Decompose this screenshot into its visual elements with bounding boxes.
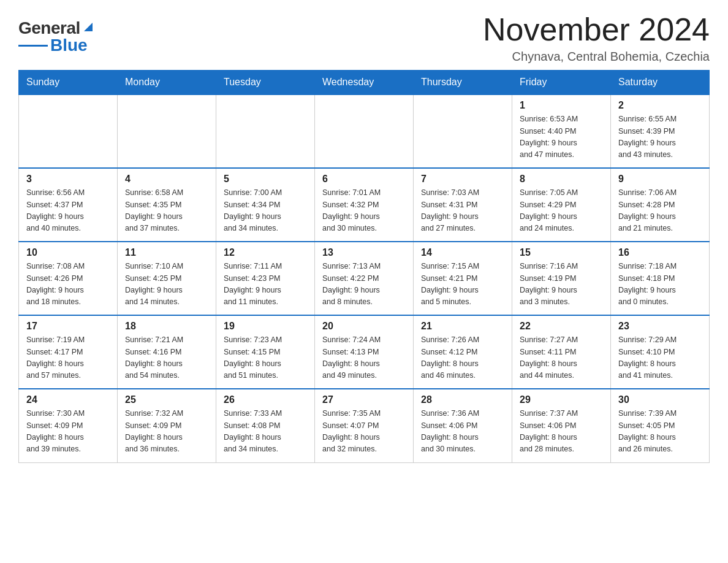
- calendar-cell: 27Sunrise: 7:35 AM Sunset: 4:07 PM Dayli…: [315, 389, 414, 462]
- day-info: Sunrise: 7:24 AM Sunset: 4:13 PM Dayligh…: [322, 334, 406, 382]
- page-header: General Blue November 2024 Chynava, Cent…: [18, 12, 710, 64]
- calendar-cell: [19, 94, 118, 168]
- day-number: 29: [520, 394, 603, 405]
- calendar-cell: 18Sunrise: 7:21 AM Sunset: 4:16 PM Dayli…: [118, 315, 216, 389]
- calendar-cell: 29Sunrise: 7:37 AM Sunset: 4:06 PM Dayli…: [512, 389, 611, 462]
- day-number: 30: [618, 394, 702, 405]
- calendar-week-row: 3Sunrise: 6:56 AM Sunset: 4:37 PM Daylig…: [19, 168, 710, 242]
- calendar-cell: 8Sunrise: 7:05 AM Sunset: 4:29 PM Daylig…: [512, 168, 611, 242]
- weekday-header-tuesday: Tuesday: [216, 71, 315, 95]
- day-number: 26: [224, 394, 307, 405]
- calendar-cell: 24Sunrise: 7:30 AM Sunset: 4:09 PM Dayli…: [19, 389, 118, 462]
- day-number: 27: [322, 394, 406, 405]
- day-number: 8: [520, 174, 603, 185]
- weekday-header-friday: Friday: [512, 71, 611, 95]
- day-number: 28: [421, 394, 504, 405]
- day-info: Sunrise: 7:27 AM Sunset: 4:11 PM Dayligh…: [520, 334, 603, 382]
- day-info: Sunrise: 7:37 AM Sunset: 4:06 PM Dayligh…: [520, 408, 603, 456]
- calendar-cell: 20Sunrise: 7:24 AM Sunset: 4:13 PM Dayli…: [315, 315, 414, 389]
- day-info: Sunrise: 7:32 AM Sunset: 4:09 PM Dayligh…: [125, 408, 208, 456]
- calendar-cell: 3Sunrise: 6:56 AM Sunset: 4:37 PM Daylig…: [19, 168, 118, 242]
- weekday-header-wednesday: Wednesday: [315, 71, 414, 95]
- day-number: 18: [125, 321, 208, 332]
- day-number: 14: [421, 247, 504, 258]
- day-number: 2: [618, 100, 702, 111]
- weekday-header-saturday: Saturday: [611, 71, 710, 95]
- day-number: 1: [520, 100, 603, 111]
- logo-underline: [18, 45, 48, 47]
- day-info: Sunrise: 7:33 AM Sunset: 4:08 PM Dayligh…: [224, 408, 307, 456]
- calendar-cell: 25Sunrise: 7:32 AM Sunset: 4:09 PM Dayli…: [118, 389, 216, 462]
- month-title: November 2024: [483, 12, 710, 47]
- day-info: Sunrise: 7:01 AM Sunset: 4:32 PM Dayligh…: [322, 187, 406, 235]
- calendar-cell: 17Sunrise: 7:19 AM Sunset: 4:17 PM Dayli…: [19, 315, 118, 389]
- day-info: Sunrise: 7:30 AM Sunset: 4:09 PM Dayligh…: [26, 408, 110, 456]
- day-info: Sunrise: 6:53 AM Sunset: 4:40 PM Dayligh…: [520, 113, 603, 161]
- svg-marker-0: [84, 23, 93, 31]
- day-info: Sunrise: 7:00 AM Sunset: 4:34 PM Dayligh…: [224, 187, 307, 235]
- logo-blue-text: Blue: [50, 36, 88, 55]
- calendar-cell: 14Sunrise: 7:15 AM Sunset: 4:21 PM Dayli…: [414, 242, 512, 315]
- calendar-cell: 13Sunrise: 7:13 AM Sunset: 4:22 PM Dayli…: [315, 242, 414, 315]
- day-info: Sunrise: 7:39 AM Sunset: 4:05 PM Dayligh…: [618, 408, 702, 456]
- calendar-cell: 16Sunrise: 7:18 AM Sunset: 4:18 PM Dayli…: [611, 242, 710, 315]
- calendar-cell: 11Sunrise: 7:10 AM Sunset: 4:25 PM Dayli…: [118, 242, 216, 315]
- day-info: Sunrise: 7:13 AM Sunset: 4:22 PM Dayligh…: [322, 261, 406, 308]
- day-info: Sunrise: 7:10 AM Sunset: 4:25 PM Dayligh…: [125, 261, 208, 308]
- location-title: Chynava, Central Bohemia, Czechia: [483, 50, 710, 64]
- day-info: Sunrise: 6:58 AM Sunset: 4:35 PM Dayligh…: [125, 187, 208, 235]
- day-number: 13: [322, 247, 406, 258]
- day-info: Sunrise: 7:16 AM Sunset: 4:19 PM Dayligh…: [520, 261, 603, 308]
- calendar-cell: 21Sunrise: 7:26 AM Sunset: 4:12 PM Dayli…: [414, 315, 512, 389]
- day-number: 9: [618, 174, 702, 185]
- day-info: Sunrise: 7:08 AM Sunset: 4:26 PM Dayligh…: [26, 261, 110, 308]
- calendar-cell: 1Sunrise: 6:53 AM Sunset: 4:40 PM Daylig…: [512, 94, 611, 168]
- calendar-week-row: 1Sunrise: 6:53 AM Sunset: 4:40 PM Daylig…: [19, 94, 710, 168]
- day-number: 11: [125, 247, 208, 258]
- calendar-cell: 12Sunrise: 7:11 AM Sunset: 4:23 PM Dayli…: [216, 242, 315, 315]
- day-number: 23: [618, 321, 702, 332]
- day-info: Sunrise: 7:03 AM Sunset: 4:31 PM Dayligh…: [421, 187, 504, 235]
- calendar-table: SundayMondayTuesdayWednesdayThursdayFrid…: [18, 70, 710, 463]
- day-number: 5: [224, 174, 307, 185]
- calendar-cell: 28Sunrise: 7:36 AM Sunset: 4:06 PM Dayli…: [414, 389, 512, 462]
- calendar-cell: 9Sunrise: 7:06 AM Sunset: 4:28 PM Daylig…: [611, 168, 710, 242]
- calendar-cell: 22Sunrise: 7:27 AM Sunset: 4:11 PM Dayli…: [512, 315, 611, 389]
- day-number: 20: [322, 321, 406, 332]
- calendar-cell: 23Sunrise: 7:29 AM Sunset: 4:10 PM Dayli…: [611, 315, 710, 389]
- day-info: Sunrise: 7:05 AM Sunset: 4:29 PM Dayligh…: [520, 187, 603, 235]
- day-number: 4: [125, 174, 208, 185]
- day-info: Sunrise: 7:06 AM Sunset: 4:28 PM Dayligh…: [618, 187, 702, 235]
- calendar-cell: [414, 94, 512, 168]
- weekday-header-thursday: Thursday: [414, 71, 512, 95]
- day-number: 19: [224, 321, 307, 332]
- day-number: 3: [26, 174, 110, 185]
- calendar-cell: 4Sunrise: 6:58 AM Sunset: 4:35 PM Daylig…: [118, 168, 216, 242]
- day-number: 25: [125, 394, 208, 405]
- logo-triangle-icon: [82, 20, 95, 34]
- calendar-week-row: 10Sunrise: 7:08 AM Sunset: 4:26 PM Dayli…: [19, 242, 710, 315]
- weekday-header-monday: Monday: [118, 71, 216, 95]
- calendar-cell: 2Sunrise: 6:55 AM Sunset: 4:39 PM Daylig…: [611, 94, 710, 168]
- day-number: 15: [520, 247, 603, 258]
- day-info: Sunrise: 7:36 AM Sunset: 4:06 PM Dayligh…: [421, 408, 504, 456]
- weekday-header-row: SundayMondayTuesdayWednesdayThursdayFrid…: [19, 71, 710, 95]
- day-info: Sunrise: 7:15 AM Sunset: 4:21 PM Dayligh…: [421, 261, 504, 308]
- day-info: Sunrise: 6:55 AM Sunset: 4:39 PM Dayligh…: [618, 113, 702, 161]
- day-info: Sunrise: 7:19 AM Sunset: 4:17 PM Dayligh…: [26, 334, 110, 382]
- calendar-cell: 30Sunrise: 7:39 AM Sunset: 4:05 PM Dayli…: [611, 389, 710, 462]
- day-number: 17: [26, 321, 110, 332]
- day-number: 21: [421, 321, 504, 332]
- calendar-cell: 26Sunrise: 7:33 AM Sunset: 4:08 PM Dayli…: [216, 389, 315, 462]
- logo: General Blue: [18, 18, 95, 55]
- calendar-week-row: 17Sunrise: 7:19 AM Sunset: 4:17 PM Dayli…: [19, 315, 710, 389]
- day-info: Sunrise: 7:18 AM Sunset: 4:18 PM Dayligh…: [618, 261, 702, 308]
- day-number: 16: [618, 247, 702, 258]
- day-number: 12: [224, 247, 307, 258]
- calendar-week-row: 24Sunrise: 7:30 AM Sunset: 4:09 PM Dayli…: [19, 389, 710, 462]
- day-info: Sunrise: 7:11 AM Sunset: 4:23 PM Dayligh…: [224, 261, 307, 308]
- day-info: Sunrise: 7:29 AM Sunset: 4:10 PM Dayligh…: [618, 334, 702, 382]
- day-info: Sunrise: 7:26 AM Sunset: 4:12 PM Dayligh…: [421, 334, 504, 382]
- day-info: Sunrise: 7:35 AM Sunset: 4:07 PM Dayligh…: [322, 408, 406, 456]
- calendar-cell: [118, 94, 216, 168]
